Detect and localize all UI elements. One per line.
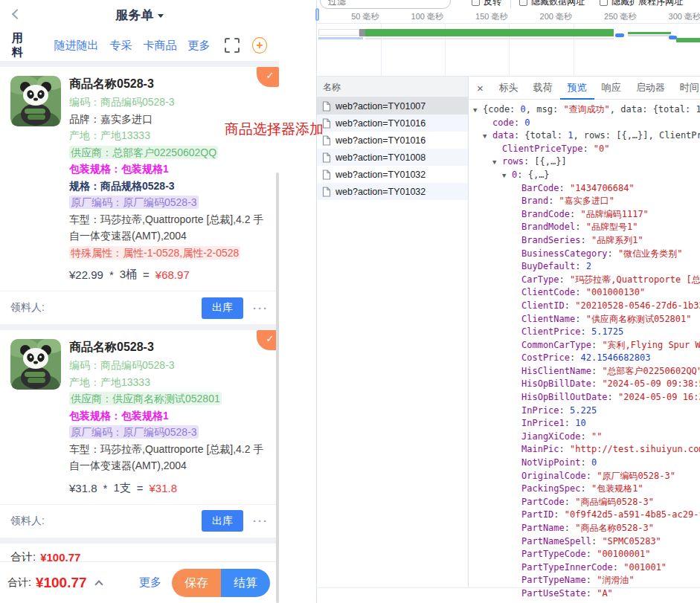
json-tree-line: PartTypeName: "润滑油" [469, 574, 700, 587]
checkout-button[interactable]: 结算 [221, 569, 270, 597]
quantity: 3桶 [120, 268, 137, 282]
ruler-tick: 200 毫秒 [510, 10, 575, 23]
card-footer: 领料人: 出库 ··· [0, 291, 279, 324]
tab-initiator[interactable]: 启动器 [629, 77, 672, 100]
json-tree-line: BrandModel: "品牌型号1" [469, 221, 700, 234]
collapse-caret-icon[interactable] [94, 580, 103, 588]
add-product-icon[interactable]: + [252, 37, 267, 54]
ruler-tick: 300 毫秒 [639, 10, 700, 23]
product-card[interactable]: ✓ 商品名 [0, 67, 279, 324]
network-request-row[interactable]: web?action=TY01016 [317, 132, 468, 149]
expand-arrow-icon[interactable]: ▼ [483, 130, 492, 143]
product-attribute: 产地：产地13333 [69, 129, 150, 141]
app-scrollbar[interactable] [276, 172, 279, 603]
request-name: web?action=TY01032 [335, 170, 426, 180]
overview-bar-gray-thin [628, 35, 674, 36]
file-icon [322, 152, 331, 163]
product-card[interactable]: ✓ 商品名 [0, 330, 279, 538]
equals-sign: = [137, 482, 144, 494]
product-attribute: 供应商：总部客户02250602QQ [69, 146, 218, 159]
scan-icon[interactable] [225, 38, 240, 53]
json-tree-line: CostPrice: 42.1546682803 [469, 352, 700, 365]
network-request-row[interactable]: web?action=TY01032 [317, 166, 468, 183]
hide-data-urls-checkbox[interactable]: 隐藏数据网址 [519, 0, 585, 8]
expand-arrow-icon[interactable]: ▼ [473, 104, 483, 117]
product-attribute-line: 特殊属性：属性-1-0528,属性-2-0528 [69, 245, 269, 262]
equals-sign: = [143, 268, 150, 281]
overview-bar-light [318, 29, 359, 36]
overview-bar-green-thin [628, 32, 671, 34]
overview-drag-handle[interactable] [315, 8, 319, 21]
multiply-sign: * [109, 268, 114, 281]
product-attribute: 车型：玛莎拉蒂,Quattroporte [总裁],4.2 手自一体变速器(AM… [69, 213, 263, 242]
file-icon [322, 101, 331, 112]
app-header: 服务单 [0, 0, 279, 30]
check-icon: ✓ [266, 70, 274, 81]
product-image [10, 76, 61, 126]
json-tree-line: ClientCode: "001000130" [469, 286, 700, 300]
name-column-header[interactable]: 名称 [317, 77, 468, 97]
checkbox-icon [472, 0, 480, 6]
more-button[interactable]: 更多 [139, 575, 161, 590]
line-total: ¥31.8 [150, 482, 178, 494]
outbound-button[interactable]: 出库 [202, 510, 243, 532]
tab-payload[interactable]: 载荷 [526, 77, 560, 100]
save-button[interactable]: 保存 [172, 569, 221, 597]
json-tree-line: HisOpBillOutDate: "2024-05-09 16:38 [469, 391, 700, 404]
close-icon[interactable]: × [469, 82, 492, 94]
invert-checkbox[interactable]: 反转 [472, 0, 501, 8]
tab-card-product[interactable]: 卡商品 [144, 39, 177, 53]
json-tree-line: BuyDefault: 2 [469, 260, 700, 274]
more-options-icon[interactable]: ··· [253, 302, 269, 315]
json-tree-line: BrandSeries: "品牌系列1" [469, 234, 700, 248]
network-request-row[interactable]: web?action=TY01007 [317, 97, 468, 115]
overview-bar-lightblue [318, 37, 363, 39]
product-attribute-line: 原厂编码：原厂编码0528-3 [69, 194, 269, 211]
expand-arrow-icon[interactable]: ▼ [502, 170, 512, 182]
json-tree-line: PartCode: "商品编码0528-3" [469, 496, 700, 509]
filter-input[interactable] [320, 0, 451, 9]
network-overview-waterfall[interactable] [317, 24, 700, 77]
json-tree-line: PartID: "0f9f42d5-a591-4b85-ac29-fa [469, 509, 700, 522]
tab-more[interactable]: 更多 [188, 39, 211, 53]
network-request-list: 名称 web?action=TY01007 web?action=TY01016 [317, 77, 469, 587]
overview-bar-underline [365, 38, 614, 39]
tab-materials[interactable]: 用料 [12, 31, 33, 59]
expand-arrow-icon[interactable]: ▼ [492, 156, 502, 169]
devtools-network-panel: 反转 隐藏数据网址 隐藏扩展程序网址 50 毫秒100 毫秒150 毫秒200 … [316, 0, 700, 603]
product-attribute: 产地：产地13333 [69, 376, 150, 388]
file-icon [322, 170, 331, 180]
json-tree-line: code: 0 [469, 117, 700, 130]
tab-preview[interactable]: 预览 [560, 77, 594, 100]
product-attribute-line: 编码：商品编码0528-3 [69, 94, 269, 111]
network-request-row[interactable]: web?action=TY01016 [317, 115, 468, 132]
detail-tab-bar: × 标头 载荷 预览 响应 启动器 时间 [469, 77, 700, 100]
product-attributes: 编码：商品编码0528-3 产地：产地13333 供应商：供应商名称测试0528… [69, 357, 269, 474]
network-request-row[interactable]: web?action=TY01032 [317, 183, 468, 200]
product-attribute: 特殊属性：属性-1-0528,属性-2-0528 [69, 246, 240, 259]
tab-timing[interactable]: 时间 [672, 77, 700, 100]
card-footer: 领料人: 出库 ··· [0, 504, 279, 538]
title-dropdown[interactable]: 服务单 [0, 0, 279, 30]
tab-response[interactable]: 响应 [594, 77, 629, 100]
json-tree: ▼{code: 0, msg: "查询成功", data: {total: 1c… [469, 100, 700, 599]
json-tree-line: BrandCode: "品牌编码1117" [469, 208, 700, 222]
outbound-button[interactable]: 出库 [202, 297, 243, 319]
overview-bar-gray [359, 29, 365, 36]
more-options-icon[interactable]: ··· [253, 515, 269, 527]
network-request-row[interactable]: web?action=TY01008 [317, 149, 468, 166]
action-pill: 保存 结算 [172, 569, 270, 597]
tab-in-out[interactable]: 随进随出 [54, 39, 99, 53]
json-tree-line: HisOpBillDate: "2024-05-09 09:38:59 [469, 378, 700, 391]
picker-label: 领料人: [10, 301, 45, 315]
json-tree-line: PartNameSpell: "SPMC05283" [469, 535, 700, 549]
product-attribute-line: 编码：商品编码0528-3 [69, 357, 269, 374]
json-tree-line: ▼{code: 0, msg: "查询成功", data: {total: 1 [469, 103, 700, 117]
hide-extension-urls-checkbox[interactable]: 隐藏扩展程序网址 [600, 0, 683, 8]
product-attribute: 车型：玛莎拉蒂,Quattroporte [总裁],4.2 手自一体变速器(AM… [69, 443, 263, 472]
product-attribute-line: 包装规格：包装规格1 [69, 161, 269, 178]
product-attribute-line: 原厂编码：原厂编码0528-3 [69, 424, 269, 441]
product-attribute: 品牌：嘉实多进口 [69, 113, 152, 125]
tab-special-purchase[interactable]: 专采 [110, 39, 132, 53]
tab-headers[interactable]: 标头 [492, 77, 526, 100]
